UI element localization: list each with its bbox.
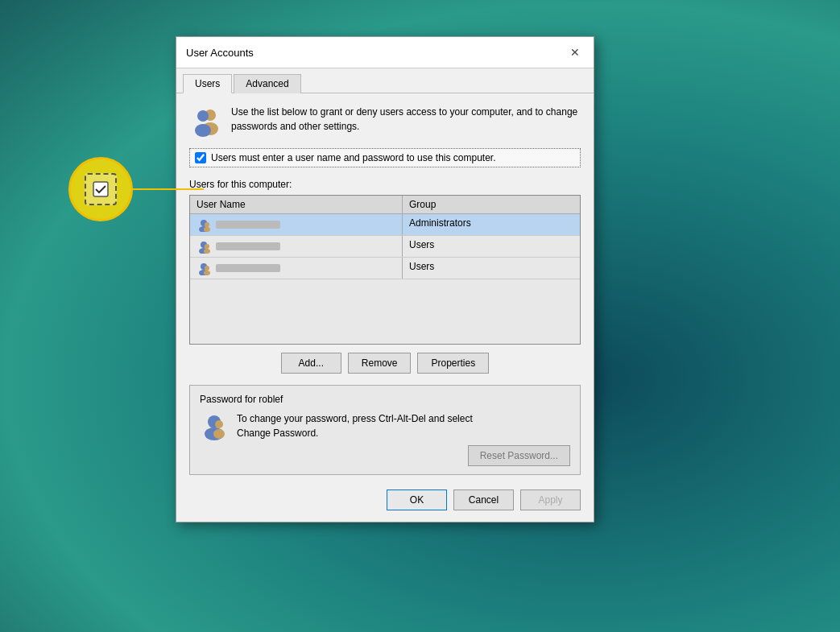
- password-icon: [200, 411, 229, 440]
- password-inner: To change your password, press Ctrl-Alt-…: [200, 411, 570, 466]
- apply-button[interactable]: Apply: [520, 489, 581, 510]
- svg-point-19: [215, 420, 223, 428]
- properties-button[interactable]: Properties: [417, 353, 489, 374]
- user-accounts-dialog: User Accounts ✕ Users Advanced Use the l…: [176, 36, 594, 523]
- users-section-label: Users for this computer:: [189, 179, 581, 190]
- td-group-3: Users: [403, 258, 580, 279]
- username-blur-1: [216, 221, 280, 229]
- user-row-icon-2: [197, 239, 211, 254]
- user-row-icon-3: [197, 261, 211, 275]
- td-username-2: [190, 236, 403, 257]
- password-text-line2: Change Password.: [237, 426, 570, 440]
- tab-users[interactable]: Users: [183, 74, 232, 93]
- dialog-title: User Accounts: [186, 47, 254, 59]
- tab-advanced[interactable]: Advanced: [234, 74, 300, 93]
- svg-point-12: [204, 249, 210, 254]
- title-bar: User Accounts ✕: [176, 37, 594, 68]
- remove-button[interactable]: Remove: [348, 353, 412, 374]
- info-text: Use the list below to grant or deny user…: [231, 105, 581, 134]
- username-blur-3: [216, 264, 280, 272]
- svg-point-11: [205, 244, 209, 249]
- annotation-highlight: [68, 157, 133, 221]
- ok-button[interactable]: OK: [387, 489, 447, 510]
- tab-bar: Users Advanced: [176, 68, 594, 93]
- col-group: Group: [403, 196, 580, 213]
- table-row[interactable]: Administrators: [190, 214, 580, 236]
- td-username-3: [190, 258, 403, 279]
- svg-point-8: [204, 227, 210, 232]
- svg-point-4: [195, 124, 211, 137]
- must-login-checkbox[interactable]: [195, 152, 206, 163]
- annotation-checkbox-zoom: [85, 173, 117, 205]
- annotation-line: [133, 188, 204, 190]
- checkbox-row[interactable]: Users must enter a user name and passwor…: [189, 148, 581, 167]
- reset-password-button[interactable]: Reset Password...: [468, 445, 570, 466]
- td-group-1: Administrators: [403, 214, 580, 235]
- password-section-title: Password for roblef: [200, 394, 570, 405]
- table-empty-area: [190, 279, 580, 344]
- td-username-1: [190, 214, 403, 235]
- svg-point-20: [213, 429, 225, 439]
- footer-buttons: OK Cancel Apply: [189, 486, 581, 510]
- td-group-2: Users: [403, 236, 580, 257]
- info-section: Use the list below to grant or deny user…: [189, 105, 581, 137]
- password-text-line1: To change your password, press Ctrl-Alt-…: [237, 411, 570, 426]
- reset-btn-wrap: Reset Password...: [237, 445, 570, 466]
- table-row[interactable]: Users: [190, 236, 580, 258]
- svg-point-16: [204, 271, 210, 275]
- password-text-wrap: To change your password, press Ctrl-Alt-…: [237, 411, 570, 466]
- add-button[interactable]: Add...: [281, 353, 341, 374]
- checkbox-label: Users must enter a user name and passwor…: [211, 152, 496, 163]
- svg-point-3: [197, 110, 209, 122]
- col-username: User Name: [190, 196, 403, 213]
- table-row[interactable]: Users: [190, 258, 580, 279]
- user-row-icon-1: [197, 217, 211, 232]
- users-icon: [189, 105, 221, 137]
- users-table: User Name Group Administrators: [189, 195, 581, 345]
- dialog-content: Use the list below to grant or deny user…: [176, 93, 594, 522]
- close-button[interactable]: ✕: [566, 43, 584, 61]
- password-section: Password for roblef To change your passw…: [189, 385, 581, 475]
- username-blur-2: [216, 242, 280, 250]
- cancel-button[interactable]: Cancel: [453, 489, 514, 510]
- table-header: User Name Group: [190, 196, 580, 214]
- svg-point-7: [205, 222, 209, 227]
- svg-rect-0: [93, 182, 108, 196]
- user-action-buttons: Add... Remove Properties: [189, 353, 581, 374]
- svg-point-15: [205, 266, 209, 271]
